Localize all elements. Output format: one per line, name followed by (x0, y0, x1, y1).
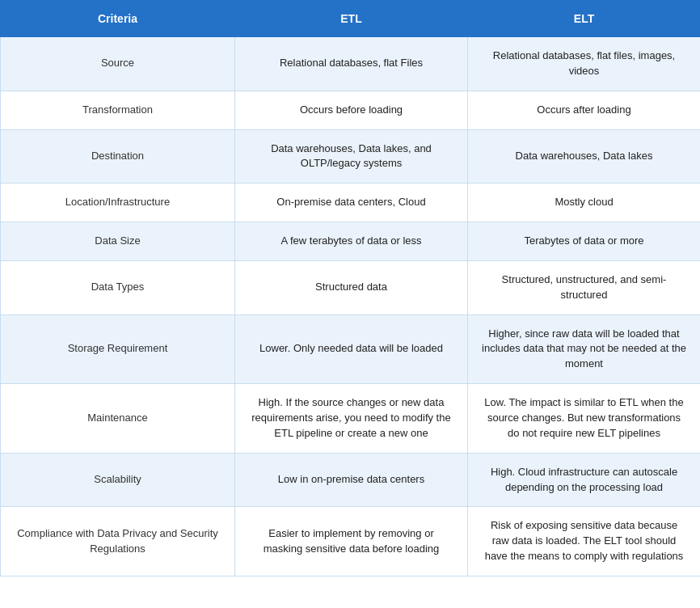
elt-cell: Structured, unstructured, and semi-struc… (468, 260, 701, 315)
table-row: Data TypesStructured dataStructured, uns… (1, 260, 701, 315)
criteria-cell: Destination (1, 129, 235, 184)
etl-cell: Easier to implement by removing or maski… (235, 507, 468, 576)
etl-cell: High. If the source changes or new data … (235, 384, 468, 454)
elt-cell: Terabytes of data or more (468, 222, 701, 261)
table-row: Compliance with Data Privacy and Securit… (1, 507, 701, 576)
elt-cell: Higher, since raw data will be loaded th… (468, 315, 701, 384)
elt-cell: Mostly cloud (468, 184, 701, 222)
table-row: TransformationOccurs before loadingOccur… (1, 91, 701, 129)
table-row: DestinationData warehouses, Data lakes, … (1, 129, 701, 184)
criteria-cell: Maintenance (1, 384, 235, 454)
elt-cell: Risk of exposing sensitive data because … (468, 507, 701, 576)
criteria-cell: Source (1, 37, 235, 91)
header-elt: ELT (468, 1, 701, 37)
table-row: SourceRelational databases, flat FilesRe… (1, 37, 701, 91)
criteria-cell: Compliance with Data Privacy and Securit… (1, 507, 235, 576)
elt-cell: Relational databases, flat files, images… (468, 37, 701, 91)
criteria-cell: Storage Requirement (1, 315, 235, 384)
criteria-cell: Data Size (1, 222, 235, 261)
elt-cell: Data warehouses, Data lakes (468, 129, 701, 184)
etl-cell: Structured data (235, 260, 468, 315)
etl-cell: Lower. Only needed data will be loaded (235, 315, 468, 384)
table-row: ScalabilityLow in on-premise data center… (1, 453, 701, 507)
etl-cell: Low in on-premise data centers (235, 453, 468, 507)
table-row: Storage RequirementLower. Only needed da… (1, 315, 701, 384)
elt-cell: High. Cloud infrastructure can autoscale… (468, 453, 701, 507)
etl-cell: A few terabytes of data or less (235, 222, 468, 261)
etl-cell: Relational databases, flat Files (235, 37, 468, 91)
etl-cell: On-premise data centers, Cloud (235, 184, 468, 222)
etl-cell: Occurs before loading (235, 91, 468, 129)
criteria-cell: Transformation (1, 91, 235, 129)
comparison-table: Criteria ETL ELT SourceRelational databa… (0, 0, 700, 576)
criteria-cell: Data Types (1, 260, 235, 315)
elt-cell: Low. The impact is similar to ETL when t… (468, 384, 701, 454)
table-row: Data SizeA few terabytes of data or less… (1, 222, 701, 261)
criteria-cell: Scalability (1, 453, 235, 507)
header-criteria: Criteria (1, 1, 235, 37)
table-row: MaintenanceHigh. If the source changes o… (1, 384, 701, 454)
header-etl: ETL (235, 1, 468, 37)
elt-cell: Occurs after loading (468, 91, 701, 129)
table-row: Location/InfrastructureOn-premise data c… (1, 184, 701, 222)
etl-cell: Data warehouses, Data lakes, and OLTP/le… (235, 129, 468, 184)
criteria-cell: Location/Infrastructure (1, 184, 235, 222)
